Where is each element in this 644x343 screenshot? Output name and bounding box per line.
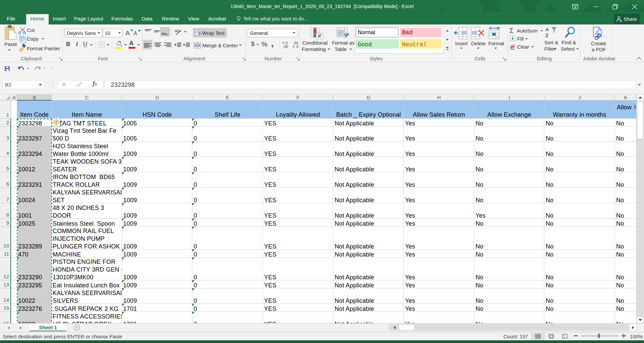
svg-text:A: A: [545, 26, 549, 32]
svg-text:Z: Z: [545, 33, 548, 38]
svg-text:.00: .00: [283, 45, 288, 49]
svg-text:.0: .0: [295, 45, 298, 49]
